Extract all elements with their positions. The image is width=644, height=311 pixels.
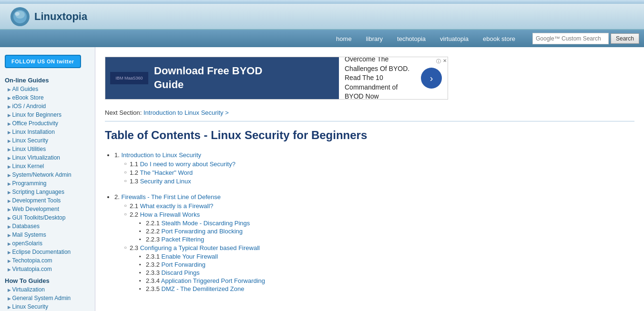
toc-num-2-2-3: 2.2.3 — [146, 236, 160, 243]
sidebar-item-linux-utilities[interactable]: Linux Utilities — [0, 145, 95, 153]
toc-link-1-2[interactable]: The "Hacker" Word — [140, 169, 193, 176]
toc-item-1-subitems: 1.1 Do I need to worry about Security? 1… — [114, 161, 634, 185]
toc-link-2-3-3[interactable]: Discard Pings — [162, 269, 200, 276]
toc-num-2-3: 2.3 — [130, 244, 138, 251]
toc-num-2-3-1: 2.3.1 — [146, 253, 160, 260]
sidebar-item-office-productivity[interactable]: Office Productivity — [0, 119, 95, 128]
sidebar-item-all-guides[interactable]: All Guides — [0, 85, 95, 93]
logo-area: Linuxtopia — [10, 6, 87, 27]
toc-item-2-3: 2.3 Configuring a Typical Router based F… — [124, 244, 634, 292]
sidebar-item-dev-tools[interactable]: Development Tools — [0, 196, 95, 205]
toc-link-2-2-2[interactable]: Port Forwarding and Blocking — [162, 228, 243, 235]
sidebar-item-techotopia[interactable]: Techotopia.com — [0, 256, 95, 265]
ad-right: Overcome The Challenges Of BYOD. Read Th… — [339, 57, 448, 99]
toc-link-1-3[interactable]: Security and Linux — [140, 178, 191, 185]
sidebar-item-ebook-store[interactable]: eBook Store — [0, 93, 95, 102]
ad-arrow-button[interactable]: › — [421, 68, 442, 89]
toc-item-2-1: 2.1 What exactly is a Firewall? — [124, 202, 634, 210]
nav-bar: home library techotopia virtuatopia eboo… — [0, 30, 644, 47]
logo-text: Linuxtopia — [34, 10, 87, 23]
toc-item-1-3: 1.3 Security and Linux — [124, 178, 634, 185]
toc-link-2-3-1[interactable]: Enable Your Firewall — [162, 253, 218, 260]
next-section-prefix: Next Section: — [105, 109, 142, 116]
toc-item-2-3-5: 2.3.5 DMZ - The Demiliterized Zone — [139, 285, 634, 292]
toc-link-2-1[interactable]: What exactly is a Firewall? — [140, 202, 214, 210]
ad-headline: Download Free BYODGuide — [154, 64, 262, 91]
how-to-guides-title: How To Guides — [0, 273, 95, 285]
toc-item-2-title: 2. Firewalls - The First Line of Defense — [114, 193, 221, 201]
top-stripe — [0, 0, 644, 4]
toc-item-2-3-1: 2.3.1 Enable Your Firewall — [139, 253, 634, 260]
ad-close-icon[interactable]: ✕ — [443, 58, 447, 63]
search-input[interactable] — [532, 33, 609, 44]
toc-item-1-link[interactable]: Introduction to Linux Security — [121, 151, 201, 159]
sidebar-item-mail-systems[interactable]: Mail Systems — [0, 231, 95, 239]
sidebar-item-system-network[interactable]: System/Network Admin — [0, 171, 95, 179]
ad-info-icon[interactable]: ⓘ — [436, 58, 441, 65]
toc-item-2-3-3: 2.3.3 Discard Pings — [139, 269, 634, 276]
toc-item-2-2: 2.2 How a Firewall Works 2.2.1 Stealth M… — [124, 211, 634, 243]
ad-logo: IBM MaaS360 — [110, 72, 148, 84]
ad-body: Overcome The Challenges Of BYOD. Read Th… — [345, 57, 416, 100]
toc-item-2-2-2: 2.2.2 Port Forwarding and Blocking — [139, 228, 634, 235]
sidebar-item-eclipse-docs[interactable]: Eclipse Documentation — [0, 248, 95, 256]
nav-techotopia[interactable]: techotopia — [390, 32, 432, 45]
twitter-follow-button[interactable]: FOLLOW US ON twitter — [5, 55, 81, 68]
toc-title: Table of Contents - Linux Security for B… — [105, 129, 634, 142]
sidebar-item-howto-linux-security[interactable]: Linux Security — [0, 302, 95, 311]
toc-num-1-1: 1.1 — [130, 161, 138, 168]
nav-library[interactable]: library — [359, 32, 389, 45]
sidebar-item-gui-toolkits[interactable]: GUI Toolkits/Desktop — [0, 213, 95, 222]
toc-link-2-2-1[interactable]: Stealth Mode - Discarding Pings — [162, 220, 250, 227]
toc-link-1-1[interactable]: Do I need to worry about Security? — [140, 161, 235, 168]
search-button[interactable]: Search — [611, 33, 639, 44]
ad-brand: IBM MaaS360 — [115, 76, 143, 80]
sidebar-item-databases[interactable]: Databases — [0, 222, 95, 231]
main-content: IBM MaaS360 Download Free BYODGuide Over… — [95, 47, 644, 311]
header: Linuxtopia — [0, 4, 644, 30]
sidebar-item-web-dev[interactable]: Web Development — [0, 205, 95, 213]
toc-item-2-link[interactable]: Firewalls - The First Line of Defense — [121, 193, 221, 201]
sidebar-item-general-sysadmin[interactable]: General System Admin — [0, 294, 95, 302]
sidebar-item-virtuatopia[interactable]: Virtuatopia.com — [0, 265, 95, 273]
nav-virtuatopia[interactable]: virtuatopia — [433, 32, 475, 45]
sidebar-item-linux-virtualization[interactable]: Linux Virtualization — [0, 153, 95, 162]
sidebar-item-ios-android[interactable]: iOS / Android — [0, 102, 95, 110]
sidebar-item-linux-kernel[interactable]: Linux Kernel — [0, 162, 95, 171]
toc-num-1-3: 1.3 — [130, 178, 138, 185]
toc-num-2-3-4: 2.3.4 — [146, 277, 160, 284]
next-section-link[interactable]: Introduction to Linux Security > — [143, 109, 229, 116]
toc-num-2-3-3: 2.3.3 — [146, 269, 160, 276]
toc-link-2-2[interactable]: How a Firewall Works — [140, 211, 200, 218]
sidebar-item-programming[interactable]: Programming — [0, 179, 95, 188]
sidebar-item-linux-installation[interactable]: Linux Installation — [0, 128, 95, 136]
toc-item-1-2: 1.2 The "Hacker" Word — [124, 169, 634, 176]
toc-list: 1. Introduction to Linux Security 1.1 Do… — [105, 151, 634, 292]
sidebar-item-opensolaris[interactable]: openSolaris — [0, 239, 95, 248]
toc-num-2-3-5: 2.3.5 — [146, 285, 160, 292]
toc-link-2-3-4[interactable]: Application Triggered Port Forwarding — [161, 277, 265, 284]
sidebar-item-scripting[interactable]: Scripting Languages — [0, 188, 95, 196]
toc-item-2-2-1: 2.2.1 Stealth Mode - Discarding Pings — [139, 220, 634, 227]
sidebar-item-virtualization[interactable]: Virtualization — [0, 285, 95, 294]
toc-item-2-3-4: 2.3.4 Application Triggered Port Forward… — [139, 277, 634, 284]
sidebar-item-linux-security[interactable]: Linux Security — [0, 136, 95, 145]
nav-home[interactable]: home — [329, 32, 358, 45]
ad-banner: IBM MaaS360 Download Free BYODGuide Over… — [105, 57, 448, 100]
toc-link-2-3-2[interactable]: Port Forwarding — [162, 261, 205, 268]
sidebar: FOLLOW US ON twitter On-line Guides All … — [0, 47, 95, 311]
toc-item-1: 1. Introduction to Linux Security 1.1 Do… — [114, 151, 634, 185]
toc-link-2-3-5[interactable]: DMZ - The Demiliterized Zone — [162, 285, 245, 292]
toc-item-2-subitems: 2.1 What exactly is a Firewall? 2.2 How … — [114, 202, 634, 292]
next-section: Next Section: Introduction to Linux Secu… — [105, 109, 634, 121]
nav-ebook-store[interactable]: ebook store — [476, 32, 522, 45]
toc-link-2-3[interactable]: Configuring a Typical Router based Firew… — [140, 244, 260, 251]
toc-link-2-2-3[interactable]: Packet Filtering — [162, 236, 204, 243]
toc-item-1-1: 1.1 Do I need to worry about Security? — [124, 161, 634, 168]
toc-item-2-3-2: 2.3.2 Port Forwarding — [139, 261, 634, 268]
toc-item-2-3-subitems: 2.3.1 Enable Your Firewall 2.3.2 Port Fo… — [130, 253, 634, 292]
logo-icon — [10, 6, 31, 27]
layout: FOLLOW US ON twitter On-line Guides All … — [0, 47, 644, 311]
sidebar-item-linux-beginners[interactable]: Linux for Beginners — [0, 110, 95, 119]
toc-item-2-number: 2. — [114, 193, 120, 201]
